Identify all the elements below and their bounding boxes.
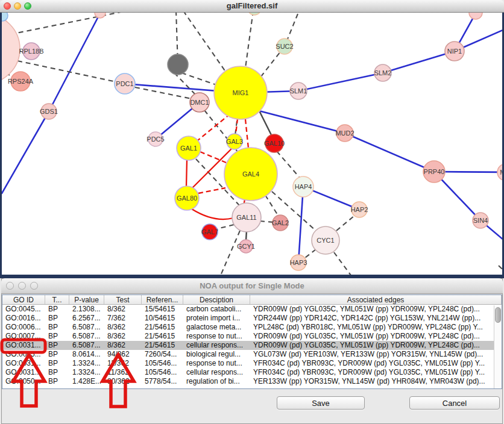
vertical-scrollbar[interactable] <box>494 305 502 388</box>
node-label: GAL11 <box>236 214 256 221</box>
node-NIP1[interactable]: NIP1 <box>445 42 464 61</box>
node-GAL3[interactable]: GAL3 <box>226 134 243 149</box>
node-label: HAP3 <box>290 259 307 266</box>
edge-pd[interactable] <box>221 231 240 275</box>
node-GAL2[interactable]: GAL2 <box>272 215 289 231</box>
node-GCY1[interactable]: GCY1 <box>237 240 255 253</box>
node-green-top[interactable] <box>248 13 261 15</box>
save-button[interactable]: Save <box>277 396 365 410</box>
cell: GO:0050... <box>2 377 45 386</box>
cell: 15/54615 <box>142 305 183 314</box>
node-GAL4[interactable]: GAL4 <box>224 148 277 201</box>
node-GDS1[interactable]: GDS1 <box>40 104 58 119</box>
node-MSI[interactable]: MSI <box>497 164 502 181</box>
node-DMC1[interactable]: DMC1 <box>190 93 209 112</box>
edge-rd[interactable] <box>194 114 230 143</box>
node-PDC1[interactable]: PDC1 <box>115 73 135 94</box>
table-row[interactable]: GO:0065...BP8.0614...94/3627260/54...bio… <box>2 350 502 359</box>
edge-pp[interactable] <box>49 13 100 111</box>
cell: BP <box>45 332 69 341</box>
column-header-desciption[interactable]: Desciption <box>183 295 250 304</box>
node-GAL80[interactable]: GAL80 <box>175 186 199 210</box>
edge-rs[interactable] <box>186 160 187 187</box>
edge-pd[interactable] <box>245 13 253 68</box>
table-row[interactable]: GO:0031...BP1.3324...11/362105/546...cel… <box>2 368 502 377</box>
table-row[interactable]: GO:0016...BP6.2567...7/36210/54615protei… <box>2 314 502 323</box>
edge-pd[interactable] <box>334 252 351 275</box>
network-canvas-frame: RPL18BRPS24AGDS1PDC1DMC1MIG1SUC2SLM1SLM2… <box>0 13 504 278</box>
node-GAL1[interactable]: GAL1 <box>177 136 201 160</box>
table-row[interactable]: GO:0006...BP6.5087...8/36221/54615galact… <box>2 323 502 332</box>
edge-pp[interactable] <box>298 73 383 91</box>
table-row[interactable]: GO:0045...BP2.1308...8/36215/54615carbon… <box>2 305 502 314</box>
node-SLM2[interactable]: SLM2 <box>374 64 392 81</box>
edge-pp[interactable] <box>345 133 434 172</box>
edge-pd[interactable] <box>181 73 220 86</box>
cell: 105/546... <box>142 368 183 377</box>
edge-pd[interactable] <box>17 61 125 84</box>
edge-pd[interactable] <box>277 151 300 178</box>
network-window-title: galFiltered.sif <box>0 1 504 10</box>
column-header-t-[interactable]: T... <box>45 295 69 304</box>
edge-rs[interactable] <box>192 209 233 219</box>
node-PRP40[interactable]: PRP40 <box>423 161 445 182</box>
cell: 8/362 <box>104 332 142 341</box>
node-MUD2[interactable]: MUD2 <box>335 125 354 142</box>
network-window-titlebar[interactable]: galFiltered.sif <box>0 0 504 13</box>
node-CYC1[interactable]: CYC1 <box>312 226 339 254</box>
network-canvas[interactable]: RPL18BRPS24AGDS1PDC1DMC1MIG1SUC2SLM1SLM2… <box>2 13 502 275</box>
edge-pd[interactable] <box>217 225 234 229</box>
node-SUC2[interactable]: SUC2 <box>276 39 293 54</box>
edge-pd[interactable] <box>265 195 279 216</box>
node-RPL18B[interactable]: RPL18B <box>19 43 44 60</box>
cell: GO:0045... <box>2 305 45 314</box>
node-GAL10[interactable]: GAL10 <box>264 134 285 152</box>
node-label: RPS24A <box>8 78 34 85</box>
edge-ds[interactable] <box>259 111 271 135</box>
edge-rd[interactable] <box>245 119 248 148</box>
edge-rd[interactable] <box>198 188 225 193</box>
noa-window-titlebar[interactable]: NOA output for Single Mode <box>1 278 503 294</box>
table-row[interactable]: GO:0050...BP1.428E...80/3625778/54...reg… <box>2 377 502 386</box>
node-MIG1[interactable]: MIG1 <box>214 66 267 119</box>
node-SLM1[interactable]: SLM1 <box>290 83 307 99</box>
edge-pp[interactable] <box>2 111 49 193</box>
cell: 7/362 <box>104 314 142 323</box>
node-label: SUC2 <box>276 43 293 50</box>
node-cyan-tiny[interactable] <box>2 13 8 21</box>
edge-pd[interactable] <box>183 13 227 74</box>
table-row[interactable]: GO:0031...BP1.3324...11/362105/546...res… <box>2 359 502 368</box>
edge-pd[interactable] <box>499 266 502 275</box>
cancel-button[interactable]: Cancel <box>409 396 500 410</box>
cell: GO:0031... <box>2 359 45 368</box>
cell: 1.428E... <box>69 377 104 386</box>
cell: 8/362 <box>104 323 142 332</box>
column-header-go-id[interactable]: GO ID <box>2 295 45 304</box>
column-header-referen-[interactable]: Referen... <box>142 295 183 304</box>
node-label: GAL10 <box>264 140 285 147</box>
node-HAP4[interactable]: HAP4 <box>293 176 313 197</box>
node-RPS24A[interactable]: RPS24A <box>8 72 34 91</box>
scrollbar-thumb[interactable] <box>495 307 501 323</box>
node-GAL7[interactable]: GAL7 <box>201 224 218 240</box>
node-gray-node[interactable] <box>168 54 188 75</box>
column-header-test[interactable]: Test <box>104 295 142 304</box>
edge-pd[interactable] <box>10 13 127 34</box>
table-row-selected[interactable]: GO:0031...BP6.5087...8/36221/54615cellul… <box>2 341 502 350</box>
cell: 10/54615 <box>142 314 183 323</box>
edge-pd[interactable] <box>336 216 354 231</box>
cell: GO:0007... <box>2 332 45 341</box>
edge-pp[interactable] <box>298 187 303 263</box>
edge-pd[interactable] <box>305 249 316 258</box>
node-pink-tr[interactable] <box>469 13 482 19</box>
table-row[interactable]: GO:0007...BP6.5087...8/36221/54615respon… <box>2 332 502 341</box>
edge-pp[interactable] <box>252 109 345 133</box>
node-HAP2[interactable]: HAP2 <box>351 202 368 217</box>
node-HAP3[interactable]: HAP3 <box>290 255 307 270</box>
table-body: GO:0045...BP2.1308...8/36215/54615carbon… <box>2 305 502 386</box>
column-header-associated-edges[interactable]: Associated edges <box>250 295 502 304</box>
column-header-p-value[interactable]: P-value <box>69 295 104 304</box>
edge-pp[interactable] <box>383 51 455 73</box>
node-GAL11[interactable]: GAL11 <box>232 203 261 232</box>
node-SIN4[interactable]: SIN4 <box>473 213 488 228</box>
